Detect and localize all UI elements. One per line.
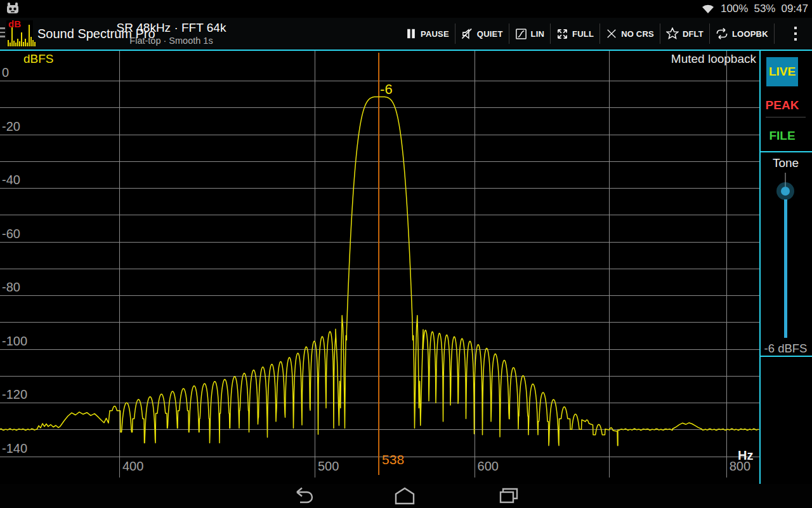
fullscreen-icon [556, 28, 568, 40]
peak-value-label: -6 [380, 81, 393, 98]
mode-button-peak[interactable]: PEAK [766, 93, 798, 118]
status-bar: 100% 53% 09:47 [0, 0, 812, 18]
x-axis-tick-label: 400 [122, 459, 143, 474]
y-axis-tick-label: 0 [2, 65, 9, 80]
sidebar: LIVE PEAK FILE Tone -6 dBFS [759, 51, 812, 484]
config-title: SR 48kHz · FFT 64k [108, 21, 235, 35]
spectrum-chart[interactable]: dBFS Muted loopback Hz 538 -6 0-20-40-60… [0, 51, 759, 484]
y-axis-tick-label: -140 [2, 441, 27, 456]
loopback-status-label: Muted loopback [671, 52, 756, 66]
wifi-icon [701, 3, 715, 15]
mode-divider [766, 117, 806, 117]
overflow-menu-icon[interactable] [794, 18, 797, 50]
no-cursors-icon [606, 28, 617, 39]
config-summary[interactable]: SR 48kHz · FFT 64k Flat-top · Smooth 1s [108, 18, 235, 46]
loopback-icon [716, 27, 728, 40]
spectrum-plot[interactable] [0, 51, 759, 484]
back-icon[interactable] [291, 486, 316, 506]
volume-percent: 53% [754, 3, 775, 15]
sound-spectrum-pro-app: 100% 53% 09:47 dB Sound Spectrum Pro SR … [0, 0, 812, 508]
y-axis-unit-label: dBFS [23, 52, 54, 66]
toolbar-actions: PAUSE QUIET LIN [400, 18, 775, 50]
app-icon[interactable]: dB [6, 20, 33, 47]
drawer-handle-icon[interactable] [0, 27, 5, 40]
spectrum-bars-glyph [8, 25, 36, 46]
y-axis-tick-label: -80 [2, 280, 20, 295]
x-axis-tick-label: 500 [318, 459, 339, 474]
tone-section-label: Tone [761, 156, 811, 170]
y-axis-tick-label: -40 [2, 173, 20, 187]
clock: 09:47 [781, 3, 808, 15]
defaults-star-icon [666, 27, 679, 40]
config-subtitle: Flat-top · Smooth 1s [108, 36, 235, 46]
mute-speaker-icon [461, 28, 473, 40]
loopbk-button[interactable]: LOOPBK [710, 18, 774, 50]
linear-scale-icon [515, 28, 527, 40]
quiet-button[interactable]: QUIET [455, 18, 509, 50]
tone-slider-track-lower[interactable] [784, 199, 787, 338]
y-axis-tick-label: -100 [2, 334, 27, 349]
android-navbar [0, 484, 812, 508]
x-axis-tick-label: 600 [478, 459, 499, 474]
sidebar-section-divider [761, 356, 812, 357]
no-crs-button[interactable]: NO CRS [600, 18, 660, 50]
dflt-button[interactable]: DFLT [660, 18, 709, 50]
pause-icon [405, 28, 417, 39]
cursor-frequency-label[interactable]: 538 [382, 452, 404, 467]
pause-button[interactable]: PAUSE [400, 18, 455, 50]
home-icon[interactable] [392, 486, 417, 506]
cyanogenmod-mascot-icon [5, 2, 20, 16]
y-axis-tick-label: -120 [2, 387, 27, 402]
y-axis-tick-label: -60 [2, 227, 20, 241]
toolbar-separator [774, 23, 775, 44]
recents-icon[interactable] [496, 486, 521, 506]
toolbar: dB Sound Spectrum Pro SR 48kHz · FFT 64k… [0, 18, 812, 50]
mode-button-live[interactable]: LIVE [766, 57, 798, 86]
y-axis-tick-label: -20 [2, 119, 20, 134]
mode-button-file[interactable]: FILE [766, 123, 798, 149]
sidebar-section-divider [761, 151, 812, 152]
full-button[interactable]: FULL [551, 18, 599, 50]
tone-slider-thumb-dot[interactable] [781, 187, 790, 196]
battery-percent: 100% [721, 3, 748, 15]
tone-level-value: -6 dBFS [761, 342, 811, 356]
lin-button[interactable]: LIN [509, 18, 551, 50]
x-axis-tick-label: 800 [730, 459, 750, 474]
